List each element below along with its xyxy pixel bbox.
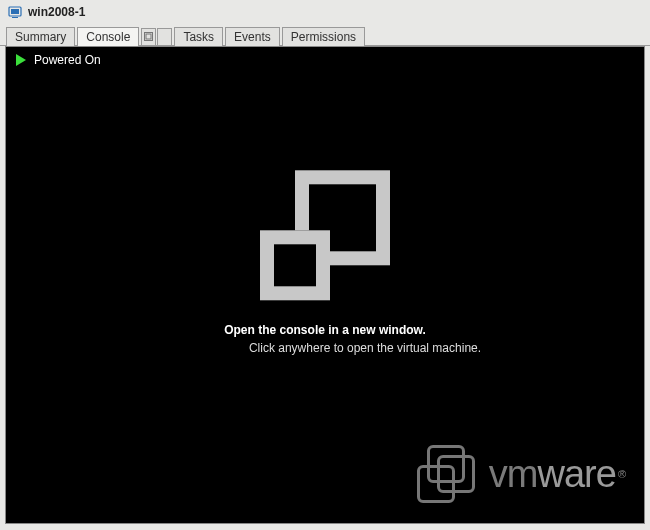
- vmware-wordmark: vmware: [489, 455, 616, 493]
- tab-summary[interactable]: Summary: [6, 27, 75, 46]
- play-icon: [16, 54, 26, 66]
- console-area[interactable]: Powered On Open the console in a new win…: [5, 46, 645, 524]
- tab-tasks[interactable]: Tasks: [174, 27, 223, 46]
- tab-permissions[interactable]: Permissions: [282, 27, 365, 46]
- console-placeholder: Open the console in a new window. Click …: [6, 170, 644, 355]
- popout-button[interactable]: [141, 28, 156, 46]
- console-tab-controls: [141, 28, 172, 46]
- console-headline: Open the console in a new window.: [6, 323, 644, 337]
- console-stack-icon: [250, 170, 400, 300]
- vm-title: win2008-1: [28, 5, 85, 19]
- vm-icon: [8, 5, 22, 19]
- vmware-logo-icon: [415, 445, 481, 503]
- power-status-label: Powered On: [34, 53, 101, 67]
- svg-rect-1: [11, 9, 19, 14]
- blank-button[interactable]: [157, 28, 172, 46]
- console-hint: Click anywhere to open the virtual machi…: [86, 341, 644, 355]
- power-status: Powered On: [16, 53, 101, 67]
- tab-events[interactable]: Events: [225, 27, 280, 46]
- vmware-watermark: vmware ®: [415, 445, 626, 503]
- tab-console[interactable]: Console: [77, 27, 139, 46]
- tabbar: Summary Console Tasks Events Permissions: [0, 24, 650, 46]
- svg-rect-4: [146, 34, 151, 39]
- registered-mark: ®: [618, 468, 626, 480]
- svg-rect-2: [12, 17, 18, 18]
- titlebar: win2008-1: [0, 0, 650, 24]
